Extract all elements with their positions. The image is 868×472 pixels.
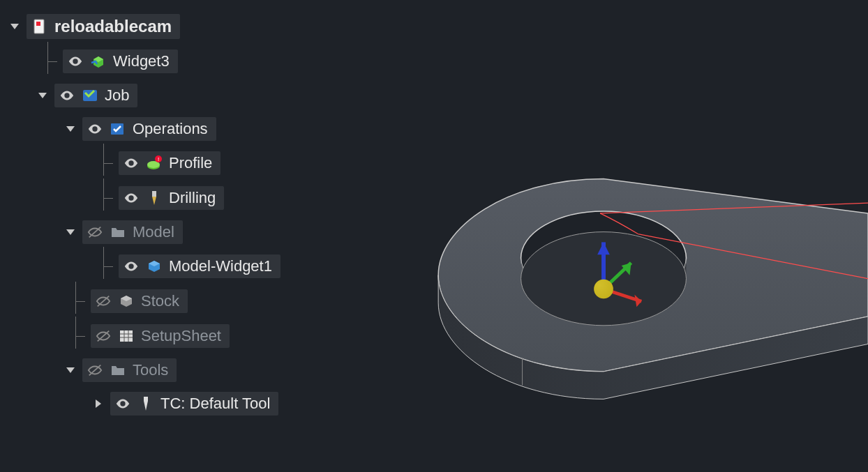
tree-item-operations[interactable]: Operations: [82, 117, 216, 141]
expand-toggle-job[interactable]: [35, 88, 50, 103]
svg-marker-14: [152, 197, 156, 205]
visibility-toggle[interactable]: [123, 155, 140, 172]
svg-marker-0: [10, 24, 19, 29]
visibility-toggle[interactable]: [67, 53, 84, 70]
visibility-toggle[interactable]: [87, 362, 103, 379]
tree-item-profile[interactable]: ! Profile: [119, 151, 220, 175]
tree-item-defaulttool[interactable]: TC: Default Tool: [110, 392, 278, 416]
tool-icon: [137, 395, 155, 413]
model-render: [342, 0, 868, 466]
tree-item-label: Tools: [133, 361, 168, 379]
svg-rect-31: [144, 397, 148, 401]
visibility-toggle[interactable]: [59, 87, 75, 104]
tree-item-modelwidget1[interactable]: Model-Widget1: [119, 254, 280, 278]
model-tree[interactable]: reloadablecam Widget3: [0, 0, 342, 472]
tree-item-label: Model: [133, 223, 174, 241]
visibility-toggle[interactable]: [114, 395, 131, 412]
visibility-toggle[interactable]: [87, 224, 103, 241]
svg-rect-13: [152, 191, 156, 197]
svg-marker-5: [38, 93, 47, 98]
3d-viewport[interactable]: [342, 0, 868, 472]
part-icon: [89, 52, 107, 70]
svg-rect-23: [120, 330, 133, 342]
spreadsheet-icon: [117, 327, 135, 345]
job-icon: [81, 86, 99, 105]
tree-item-label: Profile: [169, 154, 212, 172]
tree-item-label: reloadablecam: [54, 17, 172, 36]
tree-item-label: TC: Default Tool: [160, 395, 270, 413]
expand-toggle-operations[interactable]: [63, 121, 78, 137]
body-icon: [145, 257, 163, 275]
operations-icon: [109, 120, 127, 138]
folder-icon: [109, 361, 127, 379]
drill-op-icon: [145, 189, 163, 207]
svg-marker-2: [36, 22, 40, 26]
tree-item-stock[interactable]: Stock: [91, 289, 188, 313]
expand-toggle-root[interactable]: [7, 19, 22, 34]
tree-item-label: SetupSheet: [141, 327, 221, 345]
expand-toggle-tools[interactable]: [63, 363, 78, 378]
tree-item-label: Operations: [133, 120, 208, 138]
tree-item-model[interactable]: Model: [82, 220, 183, 244]
visibility-toggle[interactable]: [95, 293, 112, 310]
visibility-toggle[interactable]: [87, 121, 103, 137]
profile-op-icon: !: [145, 154, 163, 172]
tree-item-widget3[interactable]: Widget3: [63, 50, 178, 73]
expand-toggle-defaulttool[interactable]: [91, 396, 106, 411]
svg-marker-15: [66, 229, 75, 235]
tree-item-label: Job: [105, 86, 129, 105]
stock-icon: [117, 292, 135, 310]
tree-item-tools[interactable]: Tools: [82, 358, 177, 382]
tree-item-label: Model-Widget1: [169, 257, 272, 275]
svg-text:!: !: [158, 156, 159, 162]
svg-point-45: [594, 280, 613, 299]
expand-toggle-model[interactable]: [63, 224, 78, 240]
tree-item-drilling[interactable]: Drilling: [119, 186, 224, 210]
svg-marker-28: [66, 367, 75, 373]
svg-marker-30: [96, 399, 101, 408]
visibility-toggle[interactable]: [95, 328, 112, 344]
visibility-toggle[interactable]: [123, 190, 140, 206]
folder-icon: [109, 223, 127, 241]
svg-marker-32: [144, 401, 148, 411]
svg-marker-7: [66, 126, 75, 132]
tree-item-label: Widget3: [113, 52, 170, 70]
tree-item-label: Drilling: [169, 189, 216, 207]
tree-item-label: Stock: [141, 292, 179, 310]
document-icon: [31, 17, 49, 36]
tree-item-root[interactable]: reloadablecam: [27, 14, 180, 39]
tree-item-setupsheet[interactable]: SetupSheet: [91, 324, 230, 348]
tree-item-job[interactable]: Job: [54, 84, 137, 107]
visibility-toggle[interactable]: [123, 258, 140, 275]
